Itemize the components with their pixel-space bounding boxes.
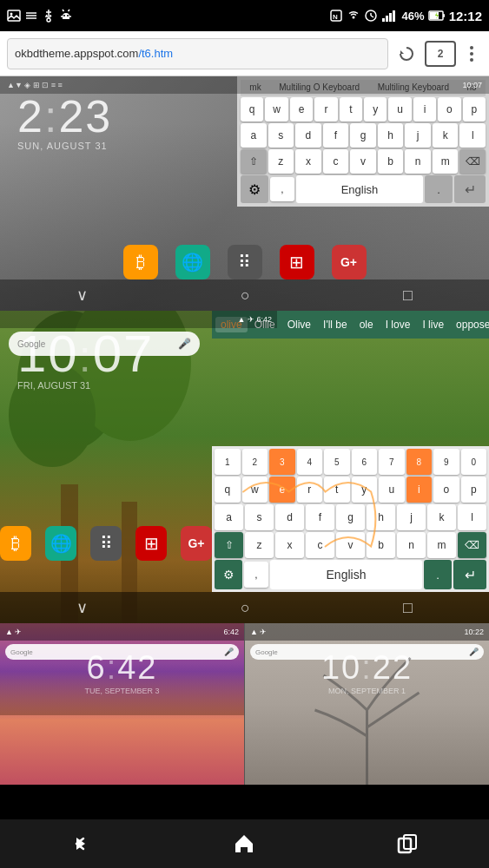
home-button[interactable] <box>218 826 270 861</box>
tab-count-button[interactable]: 2 <box>425 41 456 67</box>
key2-i[interactable]: i <box>406 477 433 503</box>
suggestion-ilove[interactable]: I love <box>380 317 416 332</box>
key2-e[interactable]: e <box>269 477 295 503</box>
key-p[interactable]: p <box>463 97 486 122</box>
dock2-gplus[interactable]: G+ <box>181 526 212 561</box>
key-d[interactable]: d <box>295 123 321 148</box>
back-button[interactable] <box>56 826 108 861</box>
key2-2[interactable]: 2 <box>242 449 268 475</box>
key-n[interactable]: n <box>405 149 431 174</box>
key2-d[interactable]: d <box>275 504 304 530</box>
key-shift[interactable]: ⇧ <box>241 149 267 174</box>
key2-h[interactable]: h <box>367 504 395 530</box>
key2-g[interactable]: g <box>336 504 365 530</box>
key2-b[interactable]: b <box>367 532 395 558</box>
nav2-down-icon[interactable]: ∨ <box>76 598 88 617</box>
dock2-bitcoin[interactable]: ₿ <box>0 526 31 561</box>
key2-t[interactable]: t <box>324 477 350 503</box>
key2-r[interactable]: r <box>297 477 323 503</box>
key2-7[interactable]: 7 <box>379 449 405 475</box>
key2-1[interactable]: 1 <box>215 449 241 475</box>
key2-period[interactable]: . <box>424 560 452 589</box>
dock2-browser[interactable]: 🌐 <box>45 526 76 561</box>
key2-9[interactable]: 9 <box>433 449 459 475</box>
suggestion-ole[interactable]: ole <box>354 317 379 332</box>
key2-f[interactable]: f <box>306 504 334 530</box>
dock-icon-windows[interactable]: ⊞ <box>280 245 314 279</box>
key-a[interactable]: a <box>241 123 267 148</box>
keyboard-settings-button[interactable]: ⚙ <box>241 175 268 203</box>
key2-w[interactable]: w <box>242 477 268 503</box>
key-h[interactable]: h <box>378 123 404 148</box>
nav-home-icon[interactable]: ○ <box>241 286 250 305</box>
key-e[interactable]: e <box>290 97 313 122</box>
key-period[interactable]: . <box>425 175 453 203</box>
key2-u[interactable]: u <box>379 477 405 503</box>
dock2-apps[interactable]: ⠿ <box>90 526 122 561</box>
key-g[interactable]: g <box>350 123 376 148</box>
recents-button[interactable] <box>381 826 433 861</box>
nav-down-icon[interactable]: ∨ <box>76 286 88 305</box>
key2-8[interactable]: 8 <box>406 449 433 475</box>
nav2-recents-icon[interactable]: □ <box>403 599 413 617</box>
key2-5[interactable]: 5 <box>324 449 350 475</box>
key-l[interactable]: l <box>459 123 486 148</box>
key-o[interactable]: o <box>438 97 460 122</box>
key-i[interactable]: i <box>413 97 436 122</box>
key-f[interactable]: f <box>323 123 349 148</box>
key2-k[interactable]: k <box>427 504 456 530</box>
key-u[interactable]: u <box>388 97 411 122</box>
key2-y[interactable]: y <box>352 477 378 503</box>
key2-v[interactable]: v <box>336 532 365 558</box>
key-english[interactable]: English <box>296 175 423 203</box>
key2-s[interactable]: s <box>245 504 274 530</box>
key2-z[interactable]: z <box>245 532 274 558</box>
mic-icon[interactable]: 🎤 <box>178 338 191 350</box>
keyboard2-settings-button[interactable]: ⚙ <box>215 560 242 589</box>
key2-q[interactable]: q <box>215 477 241 503</box>
key-m[interactable]: m <box>433 149 459 174</box>
key2-o[interactable]: o <box>433 477 459 503</box>
key2-c[interactable]: c <box>306 532 334 558</box>
key2-backspace[interactable]: ⌫ <box>458 532 486 558</box>
dock-icon-browser[interactable]: 🌐 <box>175 245 210 279</box>
key-backspace[interactable]: ⌫ <box>459 149 486 174</box>
key2-english[interactable]: English <box>270 560 422 589</box>
key-j[interactable]: j <box>405 123 431 148</box>
key-z[interactable]: z <box>268 149 294 174</box>
dock2-windows[interactable]: ⊞ <box>135 526 167 561</box>
thumbnail-right[interactable]: ▲ ✈ 10:22 Google 🎤 10:22 MON, SEPTEMBER … <box>244 623 489 785</box>
key-t[interactable]: t <box>340 97 362 122</box>
dock-icon-apps[interactable]: ⠿ <box>228 245 262 279</box>
more-menu-button[interactable] <box>461 41 482 67</box>
suggestion-oppose[interactable]: oppose <box>451 317 489 332</box>
dock-icon-bitcoin[interactable]: ₿ <box>123 245 158 279</box>
key-y[interactable]: y <box>364 97 387 122</box>
nav-recents-icon[interactable]: □ <box>403 286 413 305</box>
key2-a[interactable]: a <box>215 504 243 530</box>
key2-l[interactable]: l <box>458 504 486 530</box>
panel1-keyboard[interactable]: mk Multiling O Keyboard Multiling Keyboa… <box>237 76 489 207</box>
key2-p[interactable]: p <box>461 477 487 503</box>
key-c[interactable]: c <box>323 149 349 174</box>
panel2-keyboard[interactable]: 1 2 3 4 5 6 7 8 9 0 q w e r t y u i <box>212 446 489 592</box>
key2-shift[interactable]: ⇧ <box>215 532 243 558</box>
key-w[interactable]: w <box>265 97 287 122</box>
suggestion-ilive[interactable]: I live <box>417 317 449 332</box>
thumbnail-left[interactable]: ▲ ✈ 6:42 Google 🎤 6:42 TUE, SEPTEMBER 3 <box>0 623 244 785</box>
dock-icon-gplus[interactable]: G+ <box>332 245 367 279</box>
key-q[interactable]: q <box>241 97 263 122</box>
key-r[interactable]: r <box>314 97 337 122</box>
key-comma[interactable]: , <box>270 177 294 201</box>
nav2-home-icon[interactable]: ○ <box>241 599 250 617</box>
key2-6[interactable]: 6 <box>352 449 378 475</box>
key-b[interactable]: b <box>378 149 404 174</box>
panel2-search-bar[interactable]: Google 🎤 <box>9 332 200 356</box>
key2-n[interactable]: n <box>397 532 426 558</box>
key2-4[interactable]: 4 <box>297 449 323 475</box>
key-enter[interactable]: ↵ <box>454 175 486 203</box>
key2-comma[interactable]: , <box>244 562 268 588</box>
key2-enter[interactable]: ↵ <box>453 560 486 589</box>
key2-j[interactable]: j <box>397 504 426 530</box>
key-s[interactable]: s <box>268 123 294 148</box>
